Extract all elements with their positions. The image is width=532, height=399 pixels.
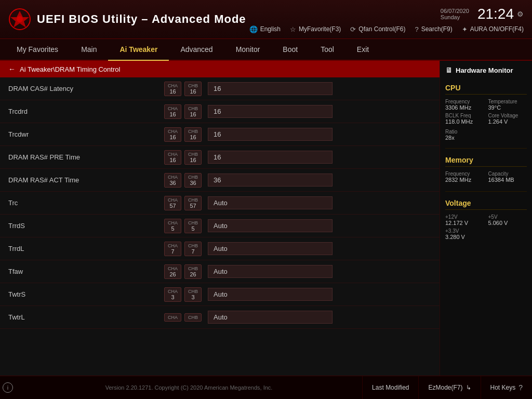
value-field[interactable]: [208, 288, 332, 301]
footer: i Version 2.20.1271. Copyright (C) 2020 …: [0, 376, 532, 399]
settings-icon[interactable]: ⚙: [517, 10, 524, 18]
chb-badge: CHB 7: [184, 242, 202, 256]
ez-mode-icon: ↳: [466, 384, 471, 391]
cha-badge: CHA 26: [164, 264, 181, 279]
header: UEFI BIOS Utility – Advanced Mode 06/07/…: [0, 0, 532, 39]
breadcrumb: ← Ai Tweaker\DRAM Timing Control: [0, 61, 440, 77]
v5-row: +5V 5.060 V: [488, 214, 527, 226]
timing-value-input[interactable]: [208, 196, 332, 209]
v12-label: +12V: [445, 214, 484, 220]
table-row: TrrdS CHA 5 CHB 5: [0, 215, 440, 237]
datetime: 06/07/2020 Sunday: [441, 8, 469, 20]
toolbar-qfan[interactable]: ⟳ Qfan Control(F6): [350, 25, 405, 33]
info-circle-icon[interactable]: i: [3, 382, 13, 393]
memory-capacity-label: Capacity: [488, 171, 527, 177]
row-label: Tfaw: [8, 268, 123, 275]
timing-value-input[interactable]: [208, 242, 332, 255]
value-field[interactable]: [208, 151, 332, 164]
table-row: Trcdwr CHA 16 CHB 16: [0, 123, 440, 146]
cpu-bclk-row: BCLK Freq 118.0 MHz: [445, 113, 484, 125]
chb-badge: CHB 36: [184, 173, 202, 188]
cpu-ratio-value: 28x: [445, 135, 527, 141]
memory-frequency-row: Frequency 2832 MHz: [445, 171, 484, 183]
tab-main[interactable]: Main: [70, 39, 108, 61]
footer-left: i: [0, 382, 16, 393]
row-label: TwtrL: [8, 313, 123, 321]
chb-badge: CHB 57: [184, 196, 202, 210]
cpu-bclk-value: 118.0 MHz: [445, 118, 484, 125]
cha-badge: CHA 57: [164, 196, 181, 210]
monitor-icon: 🖥: [445, 66, 453, 74]
timing-value-input[interactable]: [208, 82, 332, 95]
cha-badge: CHA 5: [164, 219, 181, 233]
tab-advanced[interactable]: Advanced: [169, 39, 224, 61]
cpu-ratio-label: Ratio: [445, 129, 527, 135]
row-label: DRAM RAS# PRE Time: [8, 153, 123, 161]
channel-badges: CHA 7 CHB 7: [164, 242, 202, 256]
timing-value-input[interactable]: [208, 219, 332, 232]
timing-value-input[interactable]: [208, 105, 332, 118]
timing-value-input[interactable]: [208, 288, 332, 301]
question-icon: ?: [518, 383, 523, 392]
tab-ai-tweaker[interactable]: Ai Tweaker: [108, 39, 169, 61]
timing-value-input[interactable]: [208, 151, 332, 164]
timing-table: DRAM CAS# Latency CHA 16 CHB 16: [0, 77, 440, 376]
tab-boot[interactable]: Boot: [271, 39, 309, 61]
aura-icon: ✦: [462, 25, 468, 33]
cha-badge: CHA 16: [164, 127, 181, 142]
row-label: Trcdwr: [8, 130, 123, 138]
cpu-ratio-row: Ratio 28x: [445, 129, 527, 141]
tab-favorites[interactable]: My Favorites: [5, 39, 70, 61]
table-row: Trc CHA 57 CHB 57: [0, 192, 440, 215]
hot-keys-button[interactable]: Hot Keys ?: [481, 376, 532, 399]
value-field[interactable]: [208, 311, 332, 324]
toolbar-myfavorite[interactable]: ☆ MyFavorite(F3): [290, 25, 341, 33]
cpu-section-title: CPU: [445, 84, 527, 95]
value-field[interactable]: [208, 242, 332, 255]
sidebar-title: 🖥 Hardware Monitor: [445, 66, 527, 74]
time-display: 21:24: [477, 6, 514, 22]
value-field[interactable]: [208, 82, 332, 95]
value-field[interactable]: [208, 174, 332, 187]
table-row: Tfaw CHA 26 CHB 26: [0, 260, 440, 283]
app-title: UEFI BIOS Utility – Advanced Mode: [37, 12, 246, 26]
voltage-info-grid: +12V 12.172 V +5V 5.060 V +3.3V 3.280 V: [445, 214, 527, 240]
memory-frequency-label: Frequency: [445, 171, 484, 177]
timing-value-input[interactable]: [208, 311, 332, 324]
v5-value: 5.060 V: [488, 220, 527, 226]
value-field[interactable]: [208, 265, 332, 278]
ez-mode-button[interactable]: EzMode(F7) ↳: [418, 376, 480, 399]
toolbar-aura[interactable]: ✦ AURA ON/OFF(F4): [462, 25, 524, 33]
toolbar-search[interactable]: ? Search(F9): [415, 25, 452, 33]
cpu-core-voltage-value: 1.264 V: [488, 118, 527, 125]
row-label: TrrdL: [8, 245, 123, 252]
timing-value-input[interactable]: [208, 174, 332, 187]
header-right: 06/07/2020 Sunday 21:24 ⚙ 🌐 English ☆ My…: [249, 6, 524, 33]
timing-value-input[interactable]: [208, 265, 332, 278]
rog-icon: [8, 8, 32, 31]
last-modified-button[interactable]: Last Modified: [362, 376, 418, 399]
language-label: English: [260, 25, 281, 33]
toolbar: 🌐 English ☆ MyFavorite(F3) ⟳ Qfan Contro…: [249, 25, 524, 33]
value-field[interactable]: [208, 128, 332, 141]
tab-monitor[interactable]: Monitor: [224, 39, 272, 61]
table-row: DRAM RAS# ACT Time CHA 36 CHB 36: [0, 169, 440, 192]
timing-value-input[interactable]: [208, 128, 332, 141]
row-label: Trcdrd: [8, 108, 123, 115]
cpu-frequency-value: 3306 MHz: [445, 104, 484, 111]
table-row: DRAM CAS# Latency CHA 16 CHB 16: [0, 77, 440, 100]
logo-area: UEFI BIOS Utility – Advanced Mode: [8, 8, 246, 31]
chb-badge: CHB 16: [184, 82, 202, 96]
tab-exit[interactable]: Exit: [345, 39, 380, 61]
hot-keys-label: Hot Keys: [490, 384, 516, 391]
v12-row: +12V 12.172 V: [445, 214, 484, 226]
value-field[interactable]: [208, 105, 332, 118]
last-modified-label: Last Modified: [372, 384, 409, 391]
value-field[interactable]: [208, 219, 332, 232]
tab-tool[interactable]: Tool: [309, 39, 345, 61]
toolbar-language[interactable]: 🌐 English: [249, 25, 281, 33]
channel-badges: CHA 16 CHB 16: [164, 82, 202, 96]
qfan-label: Qfan Control(F6): [358, 25, 405, 33]
value-field[interactable]: [208, 196, 332, 209]
back-icon[interactable]: ←: [8, 65, 16, 73]
